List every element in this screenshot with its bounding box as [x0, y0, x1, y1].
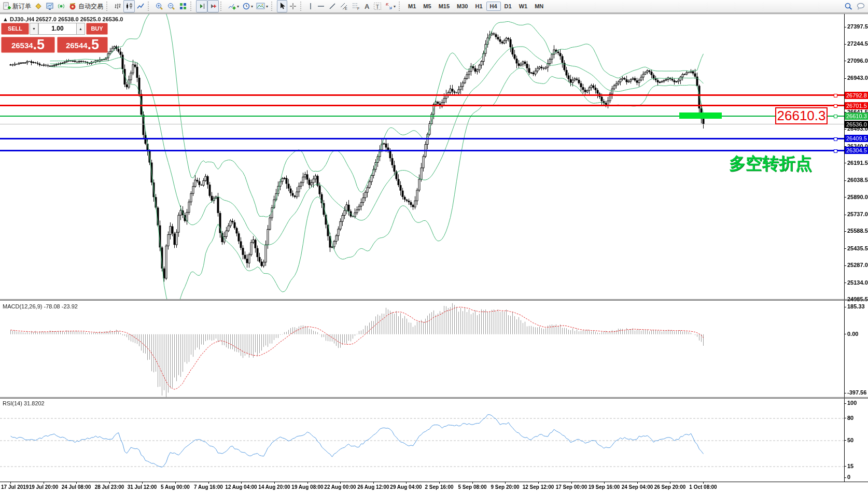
crosshair-icon	[289, 2, 297, 10]
bar-chart-button[interactable]	[112, 0, 123, 12]
rsi-value: 31.8202	[24, 400, 45, 406]
volume-increase-button[interactable]: ▲	[76, 23, 85, 35]
equidistant-channel-button[interactable]: E	[338, 0, 350, 12]
timeframe-d1-button[interactable]: D1	[501, 2, 515, 11]
macd-tick-label: 185.33	[847, 303, 865, 309]
fibonacci-button[interactable]: F	[350, 0, 362, 12]
line-handle-marker[interactable]	[834, 104, 837, 108]
timeframe-m5-button[interactable]: M5	[419, 2, 435, 11]
level-price-chip: 26409.5	[845, 135, 868, 142]
sell-price-display[interactable]: 26534 .5	[1, 37, 55, 53]
toolbar: 新订单 自动交易 ▾ ▾ ▾	[0, 0, 868, 13]
price-tick-label: 25588.5	[847, 228, 868, 234]
mt4-window: 新订单 自动交易 ▾ ▾ ▾	[0, 0, 868, 493]
line-handle-marker[interactable]	[834, 115, 837, 118]
candlestick-button[interactable]	[123, 0, 135, 12]
indicators-button[interactable]: ▾	[226, 0, 241, 12]
pane-separator-rsi[interactable]	[0, 397, 868, 398]
timeframe-h4-button[interactable]: H4	[486, 2, 501, 11]
new-order-button[interactable]: 新订单	[1, 0, 33, 12]
vertical-line-button[interactable]	[306, 0, 315, 12]
svg-text:A: A	[365, 3, 370, 10]
collapse-arrow-icon[interactable]: ▲	[3, 16, 8, 22]
rsi-tick-label: 15	[847, 463, 853, 469]
metaeditor-icon	[34, 2, 43, 10]
search-button[interactable]	[843, 0, 855, 12]
timeframe-m1-button[interactable]: M1	[404, 2, 419, 11]
price-tick-label: 26943.0	[847, 75, 868, 81]
chart-shift-button[interactable]	[196, 0, 207, 12]
search-icon	[844, 2, 853, 10]
rsi-name: RSI(14)	[3, 400, 22, 406]
horizontal-line-button[interactable]	[315, 0, 327, 12]
line-handle-marker[interactable]	[834, 149, 837, 153]
timeframe-mn-button[interactable]: MN	[531, 2, 547, 11]
time-axis-label: 22 Aug 00:00	[324, 484, 356, 490]
signals-button[interactable]	[55, 0, 67, 12]
horizontal-level-line[interactable]	[0, 94, 844, 96]
text-button[interactable]: A	[362, 0, 372, 12]
arrows-button[interactable]: ▾	[383, 0, 397, 12]
volume-decrease-button[interactable]: ▼	[30, 23, 38, 35]
time-axis-label: 17 Sep 00:00	[556, 484, 587, 490]
price-tick-label: 25134.0	[847, 279, 868, 286]
zoom-out-button[interactable]	[165, 0, 177, 12]
horizontal-level-line[interactable]	[0, 150, 844, 151]
zoom-out-icon	[167, 2, 176, 10]
templates-button[interactable]: ▾	[255, 0, 270, 12]
pane-separator-macd[interactable]	[0, 300, 868, 301]
price-callout-label[interactable]: 26610.3	[775, 107, 828, 124]
buy-button[interactable]: BUY	[86, 23, 108, 35]
timeframe-m30-button[interactable]: M30	[453, 2, 471, 11]
tile-windows-button[interactable]	[177, 0, 189, 12]
time-axis-label: 19 Jul 20:00	[29, 484, 59, 490]
current-price-line	[0, 124, 844, 124]
time-axis-label: 14 Aug 20:00	[258, 484, 290, 490]
cursor-button[interactable]	[277, 0, 287, 12]
line-handle-marker[interactable]	[834, 94, 837, 97]
monitor-chart-icon	[46, 2, 54, 10]
auto-trading-button[interactable]: 自动交易	[67, 0, 105, 12]
horizontal-level-line[interactable]	[0, 138, 844, 139]
text-label-button[interactable]: T	[372, 0, 383, 12]
chart-header: ▲ DJ30-,H4 26527.0 26538.0 26525.0 26536…	[3, 16, 123, 22]
level-price-chip: 26610.3	[845, 112, 868, 120]
symbol-period-label: DJ30-,H4	[10, 16, 34, 22]
buy-price-display[interactable]: 26544 .5	[57, 37, 108, 53]
periods-button[interactable]: ▾	[241, 0, 255, 12]
macd-label: MACD(12,26,9) -78.08 -23.92	[3, 303, 78, 309]
chart-canvas[interactable]	[0, 0, 868, 493]
timeframe-m15-button[interactable]: M15	[435, 2, 453, 11]
trendline-button[interactable]	[327, 0, 338, 12]
sell-button[interactable]: SELL	[1, 23, 29, 35]
new-order-label: 新订单	[12, 2, 31, 11]
text-a-icon: A	[363, 2, 370, 10]
auto-trading-icon	[68, 2, 77, 10]
timeframe-h1-button[interactable]: H1	[471, 2, 486, 11]
pane-separator-macd[interactable]	[0, 299, 868, 300]
time-axis-label: 26 Aug 12:00	[357, 484, 389, 490]
price-tick-label: 25435.5	[847, 245, 868, 251]
zoom-in-button[interactable]	[153, 0, 165, 12]
highlight-zone-rectangle[interactable]	[679, 112, 722, 119]
level-price-chip: 26701.5	[845, 102, 868, 109]
new-order-icon	[3, 2, 11, 10]
line-chart-button[interactable]	[135, 0, 146, 12]
chat-button[interactable]	[855, 0, 867, 12]
crosshair-button[interactable]	[287, 0, 299, 12]
dropdown-caret: ▾	[251, 4, 253, 9]
auto-scroll-button[interactable]	[207, 0, 219, 12]
line-handle-marker[interactable]	[834, 137, 837, 141]
timeframe-w1-button[interactable]: W1	[515, 2, 531, 11]
toolbar-grip	[300, 2, 304, 11]
horizontal-level-line[interactable]	[0, 105, 844, 106]
timeframe-group: M1M5M15M30H1H4D1W1MN	[404, 2, 547, 11]
strategy-tester-button[interactable]	[44, 0, 55, 12]
volume-input[interactable]: 1.00	[38, 23, 77, 35]
pane-separator-rsi[interactable]	[0, 398, 868, 399]
metaeditor-button[interactable]	[33, 0, 44, 12]
annotation-text[interactable]: 多空转折点	[729, 152, 812, 175]
time-axis-border	[0, 482, 868, 482]
zoom-in-icon	[155, 2, 164, 10]
toolbar-grip	[190, 2, 194, 11]
